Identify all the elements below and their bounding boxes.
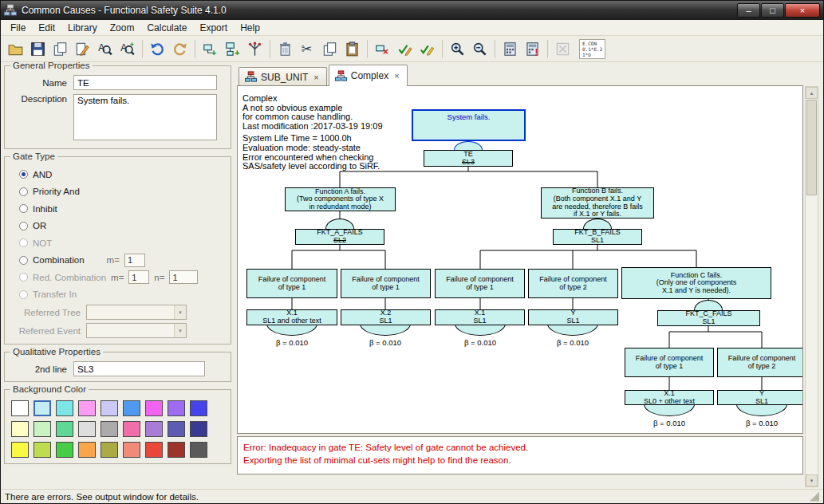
- calculate-button[interactable]: [499, 38, 521, 60]
- save-button[interactable]: [27, 38, 49, 60]
- event-box-fail-3[interactable]: Failure of component of type 1: [435, 269, 525, 298]
- color-swatch[interactable]: [56, 442, 73, 458]
- gate-type-or[interactable]: OR: [10, 218, 226, 235]
- basic-event-box-b2[interactable]: X.2 SL1: [341, 309, 431, 325]
- tab-complex[interactable]: Complex ×: [329, 65, 408, 86]
- menu-zoom[interactable]: Zoom: [104, 21, 141, 35]
- description-input[interactable]: System fails.: [73, 94, 217, 140]
- add-transfer-button[interactable]: [244, 38, 266, 60]
- color-swatch[interactable]: [101, 442, 118, 458]
- export-button[interactable]: [552, 38, 574, 60]
- color-swatch[interactable]: [78, 421, 96, 437]
- check-event-button[interactable]: [394, 38, 416, 60]
- cut-button[interactable]: ✂: [297, 38, 318, 60]
- color-swatch[interactable]: [11, 400, 29, 416]
- menu-export[interactable]: Export: [193, 21, 234, 35]
- scrollbar-thumb[interactable]: [806, 100, 817, 195]
- calculate-results-button[interactable]: !: [522, 38, 543, 60]
- find-event-button[interactable]: A: [94, 38, 116, 60]
- check-tree-button[interactable]: [416, 38, 438, 60]
- scroll-down-icon[interactable]: ▼: [806, 474, 818, 486]
- event-box-fail-1[interactable]: Failure of component of type 1: [246, 269, 337, 298]
- event-box-fail-5[interactable]: Failure of component of type 1: [625, 348, 714, 377]
- menu-help[interactable]: Help: [234, 21, 266, 35]
- second-line-input[interactable]: [73, 361, 205, 376]
- paste-button[interactable]: [341, 38, 363, 60]
- event-box-func-b[interactable]: Function B fails. (Both component X.1 an…: [541, 187, 654, 219]
- color-swatch[interactable]: [168, 442, 185, 458]
- menu-file[interactable]: File: [4, 21, 32, 35]
- gate-box-fkt-b[interactable]: FKT_B_FAILS SL1: [553, 229, 642, 245]
- color-swatch[interactable]: [11, 421, 29, 437]
- vertical-scrollbar[interactable]: ▲ ▼: [805, 86, 818, 487]
- tab-close-icon[interactable]: ×: [312, 73, 320, 82]
- close-button[interactable]: ×: [785, 3, 820, 18]
- basic-event-box-b1[interactable]: X.1 SL1 and other text: [246, 309, 337, 325]
- tab-close-icon[interactable]: ×: [392, 71, 400, 81]
- resize-grip[interactable]: [810, 492, 819, 502]
- add-event-button[interactable]: +: [199, 38, 221, 60]
- maximize-button[interactable]: □: [761, 3, 784, 18]
- copy-button[interactable]: [319, 38, 341, 60]
- referred-tree-select[interactable]: ▼: [86, 305, 187, 320]
- event-box-fail-6[interactable]: Failure of component of type 2: [717, 348, 803, 377]
- color-swatch[interactable]: [190, 400, 207, 416]
- edit-button[interactable]: [72, 38, 93, 60]
- event-box-func-a[interactable]: Function A fails. (Two components of typ…: [285, 187, 396, 211]
- color-swatch[interactable]: [101, 421, 118, 437]
- color-swatch[interactable]: [168, 421, 185, 437]
- find-event-add-button[interactable]: A+: [116, 38, 138, 60]
- basic-event-box-b3[interactable]: X.1 SL1: [435, 309, 525, 325]
- zoom-out-button[interactable]: [469, 38, 491, 60]
- scroll-up-icon[interactable]: ▲: [806, 87, 818, 99]
- color-swatch[interactable]: [101, 400, 118, 416]
- color-swatch[interactable]: [78, 400, 96, 416]
- color-swatch[interactable]: [123, 442, 140, 458]
- minimize-button[interactable]: –: [737, 3, 760, 18]
- color-swatch[interactable]: [56, 421, 73, 437]
- menu-library[interactable]: Library: [61, 21, 104, 35]
- color-swatch[interactable]: [34, 421, 51, 437]
- color-swatch[interactable]: [78, 442, 96, 458]
- color-swatch[interactable]: [34, 442, 51, 458]
- gate-box-te[interactable]: TE SL3: [424, 150, 513, 167]
- color-swatch[interactable]: [11, 442, 29, 458]
- redo-button[interactable]: [169, 38, 191, 60]
- tab-sub-unit[interactable]: SUB_UNIT ×: [239, 67, 327, 86]
- color-swatch[interactable]: [123, 421, 140, 437]
- color-swatch[interactable]: [123, 400, 140, 416]
- undo-button[interactable]: [147, 38, 168, 60]
- event-box-top[interactable]: System fails.: [412, 109, 526, 141]
- color-swatch[interactable]: [145, 400, 163, 416]
- delete-button[interactable]: [274, 38, 296, 60]
- event-box-fail-2[interactable]: Failure of component of type 1: [341, 269, 431, 298]
- combination-m-input[interactable]: [124, 254, 145, 267]
- gate-box-fkt-a[interactable]: FKT_A_FAILS SL2: [295, 229, 384, 245]
- color-swatch[interactable]: [145, 421, 163, 437]
- basic-event-box-b5[interactable]: X.1 SL0 + other text: [625, 390, 714, 405]
- name-input[interactable]: [73, 75, 217, 90]
- red-combination-m-input[interactable]: [128, 270, 149, 284]
- color-swatch[interactable]: [168, 400, 185, 416]
- fault-tree-canvas[interactable]: Complex A not so obvious example for com…: [237, 85, 803, 434]
- basic-event-box-b4[interactable]: Y SL1: [528, 309, 618, 325]
- event-box-fail-4[interactable]: Failure of component of type 2: [528, 269, 618, 298]
- gate-type-combination[interactable]: Combination m=: [10, 252, 226, 270]
- gate-type-inhibit[interactable]: Inhibit: [10, 200, 226, 218]
- save-all-button[interactable]: [49, 38, 71, 60]
- gate-type-and[interactable]: AND: [10, 166, 226, 183]
- event-box-func-c[interactable]: Function C fails. (Only one of component…: [621, 267, 771, 299]
- gate-type-priority-and[interactable]: Priority And: [10, 183, 226, 201]
- delete-event-button[interactable]: ×: [372, 38, 393, 60]
- menu-edit[interactable]: Edit: [32, 21, 61, 35]
- zoom-in-button[interactable]: [447, 38, 468, 60]
- color-swatch[interactable]: [190, 421, 207, 437]
- red-combination-n-input[interactable]: [169, 270, 198, 284]
- color-swatch[interactable]: [145, 442, 163, 458]
- referred-event-select[interactable]: ▼: [86, 323, 187, 338]
- basic-event-box-b6[interactable]: Y SL1: [717, 390, 803, 405]
- color-swatch[interactable]: [56, 400, 73, 416]
- gate-box-fkt-c[interactable]: FKT_C_FAILS SL1: [657, 310, 760, 326]
- color-swatch[interactable]: [190, 442, 207, 458]
- open-button[interactable]: [5, 38, 26, 60]
